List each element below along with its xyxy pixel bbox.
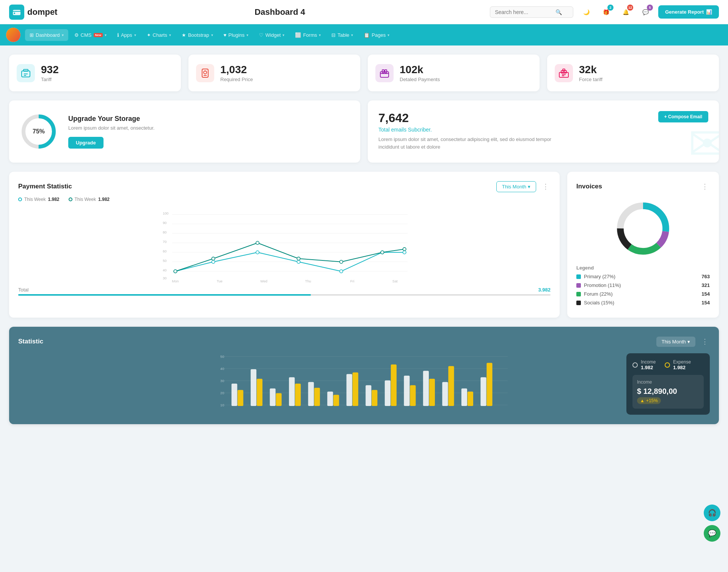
generate-report-button[interactable]: Generate Report 📊 [658, 5, 719, 19]
svg-rect-92 [429, 379, 435, 406]
nav-label-dashboard: Dashboard [36, 32, 60, 38]
storage-title: Upgrade Your Storage [68, 115, 155, 123]
bar-chart-icon: 📊 [706, 9, 712, 15]
svg-rect-77 [289, 377, 295, 406]
storage-description: Lorem ipsum dolor sit amet, onsectetur. [68, 125, 155, 131]
legend-left-forum: Forum (22%) [576, 291, 613, 297]
nav-item-bootstrap[interactable]: ★ Bootstrap ▾ [177, 29, 218, 41]
svg-rect-97 [480, 377, 486, 406]
svg-text:Thu: Thu [305, 279, 311, 283]
svg-point-47 [340, 260, 343, 263]
legend-line-forum: Forum (22%) 154 [576, 291, 710, 297]
svg-rect-76 [276, 393, 282, 406]
upgrade-button[interactable]: Upgrade [68, 137, 104, 149]
expense-legend-item: Expense 1.982 [665, 359, 691, 370]
detailed-payments-icon [375, 64, 394, 82]
statistic-header: Statistic This Month ▾ ⋮ [18, 336, 710, 347]
stat-card-detailed-payments: 102k Detaled Payments [368, 55, 540, 91]
nav-label-widget: Widget [265, 32, 281, 38]
stat-card-info: 1,032 Required Price [220, 64, 253, 82]
legend-left-promotion: Promotion (11%) [576, 282, 621, 288]
svg-text:Mon: Mon [172, 279, 179, 283]
statistic-more-button[interactable]: ⋮ [700, 336, 710, 347]
legend-item-2: This Week 1.982 [69, 197, 110, 202]
chevron-down-icon: ▾ [388, 33, 389, 37]
legend-num-promotion: 321 [701, 282, 710, 288]
search-box[interactable]: 🔍 [490, 6, 573, 18]
detailed-payments-value: 102k [400, 64, 440, 76]
tariff-icon [17, 64, 35, 82]
nav-item-dashboard[interactable]: ⊞ Dashboard ▾ [25, 29, 68, 41]
search-input[interactable] [495, 9, 555, 15]
user-avatar[interactable] [6, 28, 20, 42]
messages-button[interactable]: 💬 5 [639, 5, 652, 19]
line-chart: 100 90 80 70 60 50 40 30 [18, 208, 551, 284]
income-val: 1.982 [641, 365, 656, 370]
legend-text-forum: Forum (22%) [584, 291, 613, 297]
stat-card-info: 102k Detaled Payments [400, 64, 440, 82]
dark-mode-toggle[interactable]: 🌙 [579, 5, 593, 19]
chevron-down-icon: ▾ [134, 33, 136, 37]
income-label: Income [641, 359, 656, 365]
svg-point-38 [256, 251, 259, 254]
nav-item-pages[interactable]: 📋 Pages ▾ [359, 29, 394, 41]
gift-button[interactable]: 🎁 2 [599, 5, 613, 19]
legend-color-promotion [576, 283, 581, 288]
svg-rect-3 [24, 69, 28, 71]
moon-icon: 🌙 [583, 9, 590, 15]
nav-item-cms[interactable]: ⚙ CMS New ▾ [70, 29, 111, 41]
filter-label: This Month [502, 184, 526, 190]
payment-more-button[interactable]: ⋮ [541, 181, 551, 192]
logo-text: dompet [27, 7, 57, 17]
nav-item-forms[interactable]: ⬜ Forms ▾ [290, 29, 325, 41]
storage-percent-label: 75% [33, 128, 45, 135]
widget-icon: ♡ [259, 32, 264, 38]
nav-item-table[interactable]: ⊟ Table ▾ [327, 29, 358, 41]
income-legends: Income 1.982 Expense 1.982 [632, 359, 704, 370]
svg-rect-79 [308, 382, 314, 406]
nav-item-apps[interactable]: ℹ Apps ▾ [113, 29, 141, 41]
svg-point-39 [297, 260, 300, 263]
charts-icon: ✦ [147, 32, 151, 38]
invoices-more-button[interactable]: ⋮ [700, 181, 710, 192]
svg-text:Wed: Wed [260, 279, 267, 283]
payment-filter-button[interactable]: This Month ▾ [496, 181, 536, 192]
storage-card: 75% Upgrade Your Storage Lorem ipsum dol… [9, 100, 360, 163]
svg-rect-91 [423, 371, 429, 406]
nav-item-widget[interactable]: ♡ Widget ▾ [254, 29, 289, 41]
search-icon: 🔍 [555, 9, 562, 15]
nav-item-charts[interactable]: ✦ Charts ▾ [142, 29, 176, 41]
svg-text:30: 30 [220, 379, 224, 383]
svg-text:60: 60 [163, 249, 166, 253]
svg-rect-98 [486, 363, 492, 406]
payment-progress-bar [18, 294, 551, 296]
statistic-filter-button[interactable]: This Month ▾ [656, 337, 695, 347]
legend-num-socials: 154 [701, 300, 710, 306]
svg-rect-95 [461, 389, 467, 406]
svg-point-1 [14, 13, 15, 14]
required-price-icon [196, 64, 214, 82]
chevron-down-icon: ▾ [62, 33, 64, 37]
nav-label-apps: Apps [121, 32, 132, 38]
gift-badge: 2 [607, 5, 613, 11]
svg-text:50: 50 [220, 355, 224, 359]
income-panel: Income 1.982 Expense 1.982 Income $ [626, 353, 710, 415]
total-value: 3.982 [538, 287, 551, 293]
income-amount: $ 12,890,00 [637, 387, 699, 396]
notifications-button[interactable]: 🔔 12 [619, 5, 632, 19]
stat-card-required-price: 1,032 Required Price [188, 55, 360, 91]
nav-item-plugins[interactable]: ♥ Plugins ▾ [219, 29, 253, 41]
required-price-value: 1,032 [220, 64, 253, 76]
payment-header: Payment Statistic This Month ▾ ⋮ [18, 181, 551, 192]
legend-left-primary: Primary (27%) [576, 274, 615, 279]
svg-rect-0 [13, 10, 20, 15]
svg-rect-84 [353, 373, 358, 406]
svg-point-43 [174, 270, 177, 273]
invoices-header: Invoices ⋮ [576, 181, 710, 192]
legend-section-title: Legend [576, 265, 710, 271]
svg-point-46 [297, 257, 300, 260]
dashboard-icon: ⊞ [30, 32, 34, 38]
income-legend-item: Income 1.982 [632, 359, 656, 370]
email-description: Lorem ipsum dolor sit amet, consectetur … [378, 136, 567, 150]
statistic-section: Statistic This Month ▾ ⋮ [9, 327, 719, 424]
